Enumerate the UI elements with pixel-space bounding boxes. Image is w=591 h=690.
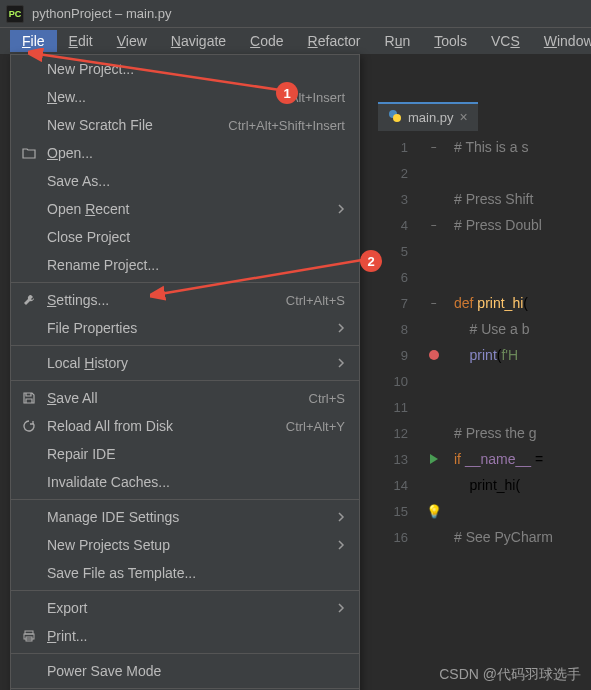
- code-line[interactable]: 8 # Use a b: [378, 316, 591, 342]
- gutter[interactable]: −: [414, 142, 454, 153]
- menu-item-manage-ide-settings[interactable]: Manage IDE Settings: [11, 503, 359, 531]
- code-text: # Press Shift: [454, 191, 533, 207]
- fold-icon[interactable]: −: [431, 220, 437, 231]
- fold-icon[interactable]: −: [431, 298, 437, 309]
- menu-item-rename-project[interactable]: Rename Project...: [11, 251, 359, 279]
- line-number: 9: [378, 348, 414, 363]
- menu-shortcut: Ctrl+Alt+Y: [286, 419, 345, 434]
- menu-separator: [11, 380, 359, 381]
- tab-label: main.py: [408, 110, 454, 125]
- menu-item-label: Local History: [47, 355, 128, 371]
- menu-item-export[interactable]: Export: [11, 594, 359, 622]
- code-editor[interactable]: 1−# This is a s23# Press Shift4−# Press …: [378, 134, 591, 690]
- menu-item-label: Settings...: [47, 292, 109, 308]
- annotation-badge-2: 2: [360, 250, 382, 272]
- menu-item-save-file-as-template[interactable]: Save File as Template...: [11, 559, 359, 587]
- menu-code[interactable]: Code: [238, 30, 295, 52]
- menu-item-label: Close Project: [47, 229, 130, 245]
- menu-refactor[interactable]: Refactor: [296, 30, 373, 52]
- code-line[interactable]: 9 print(f'H: [378, 342, 591, 368]
- menu-shortcut: Ctrl+Alt+S: [286, 293, 345, 308]
- menu-navigate[interactable]: Navigate: [159, 30, 238, 52]
- menu-window[interactable]: Window: [532, 30, 591, 52]
- line-number: 2: [378, 166, 414, 181]
- line-number: 3: [378, 192, 414, 207]
- code-line[interactable]: 4−# Press Doubl: [378, 212, 591, 238]
- line-number: 1: [378, 140, 414, 155]
- menu-item-new-project[interactable]: New Project...: [11, 55, 359, 83]
- app-icon: PC: [6, 5, 24, 23]
- gutter[interactable]: [414, 350, 454, 360]
- code-line[interactable]: 3# Press Shift: [378, 186, 591, 212]
- menu-item-label: Manage IDE Settings: [47, 509, 179, 525]
- menu-item-save-all[interactable]: Save AllCtrl+S: [11, 384, 359, 412]
- menu-item-power-save-mode[interactable]: Power Save Mode: [11, 657, 359, 685]
- menu-item-label: Reload All from Disk: [47, 418, 173, 434]
- menu-item-new[interactable]: New...Alt+Insert: [11, 83, 359, 111]
- wrench-icon: [21, 292, 37, 308]
- code-line[interactable]: 13if __name__ =: [378, 446, 591, 472]
- menu-item-file-properties[interactable]: File Properties: [11, 314, 359, 342]
- close-icon[interactable]: ×: [460, 109, 468, 125]
- code-line[interactable]: 14 print_hi(: [378, 472, 591, 498]
- menu-item-open-recent[interactable]: Open Recent: [11, 195, 359, 223]
- menu-item-label: Open...: [47, 145, 93, 161]
- menu-item-print[interactable]: Print...: [11, 622, 359, 650]
- bulb-icon[interactable]: 💡: [426, 504, 442, 519]
- menu-item-label: Save All: [47, 390, 98, 406]
- save-icon: [21, 390, 37, 406]
- code-line[interactable]: 5: [378, 238, 591, 264]
- menu-item-label: Invalidate Caches...: [47, 474, 170, 490]
- menu-vcs[interactable]: VCS: [479, 30, 532, 52]
- run-icon[interactable]: [430, 454, 438, 464]
- menu-item-open[interactable]: Open...: [11, 139, 359, 167]
- gutter[interactable]: −: [414, 298, 454, 309]
- menu-item-close-project[interactable]: Close Project: [11, 223, 359, 251]
- window-title: pythonProject – main.py: [32, 6, 171, 21]
- menu-tools[interactable]: Tools: [422, 30, 479, 52]
- line-number: 13: [378, 452, 414, 467]
- menu-item-reload-all-from-disk[interactable]: Reload All from DiskCtrl+Alt+Y: [11, 412, 359, 440]
- menu-item-settings[interactable]: Settings...Ctrl+Alt+S: [11, 286, 359, 314]
- menu-view[interactable]: View: [105, 30, 159, 52]
- gutter[interactable]: −: [414, 220, 454, 231]
- code-line[interactable]: 2: [378, 160, 591, 186]
- code-text: # Press Doubl: [454, 217, 542, 233]
- code-line[interactable]: 11: [378, 394, 591, 420]
- folder-icon: [21, 145, 37, 161]
- menu-run[interactable]: Run: [373, 30, 423, 52]
- menu-shortcut: Alt+Insert: [290, 90, 345, 105]
- menu-item-local-history[interactable]: Local History: [11, 349, 359, 377]
- menu-item-label: New Projects Setup: [47, 537, 170, 553]
- line-number: 10: [378, 374, 414, 389]
- chevron-right-icon: [337, 355, 345, 371]
- chevron-right-icon: [337, 320, 345, 336]
- gutter[interactable]: [414, 454, 454, 464]
- breakpoint-icon[interactable]: [429, 350, 439, 360]
- menu-item-invalidate-caches[interactable]: Invalidate Caches...: [11, 468, 359, 496]
- menu-shortcut: Ctrl+Alt+Shift+Insert: [228, 118, 345, 133]
- line-number: 5: [378, 244, 414, 259]
- code-line[interactable]: 10: [378, 368, 591, 394]
- menu-item-save-as[interactable]: Save As...: [11, 167, 359, 195]
- code-line[interactable]: 15💡: [378, 498, 591, 524]
- menu-item-new-projects-setup[interactable]: New Projects Setup: [11, 531, 359, 559]
- menu-item-new-scratch-file[interactable]: New Scratch FileCtrl+Alt+Shift+Insert: [11, 111, 359, 139]
- menu-file[interactable]: File: [10, 30, 57, 52]
- code-line[interactable]: 16# See PyCharm: [378, 524, 591, 550]
- code-line[interactable]: 12# Press the g: [378, 420, 591, 446]
- chevron-right-icon: [337, 201, 345, 217]
- fold-icon[interactable]: −: [431, 142, 437, 153]
- code-line[interactable]: 6: [378, 264, 591, 290]
- menu-item-repair-ide[interactable]: Repair IDE: [11, 440, 359, 468]
- editor-tab-main[interactable]: main.py ×: [378, 102, 478, 131]
- code-line[interactable]: 7−def print_hi(: [378, 290, 591, 316]
- editor-tab-bar: main.py ×: [378, 100, 478, 132]
- line-number: 8: [378, 322, 414, 337]
- code-text: # Use a b: [454, 321, 530, 337]
- menu-edit[interactable]: Edit: [57, 30, 105, 52]
- gutter[interactable]: 💡: [414, 504, 454, 519]
- code-line[interactable]: 1−# This is a s: [378, 134, 591, 160]
- watermark: CSDN @代码羽球选手: [439, 666, 581, 684]
- line-number: 4: [378, 218, 414, 233]
